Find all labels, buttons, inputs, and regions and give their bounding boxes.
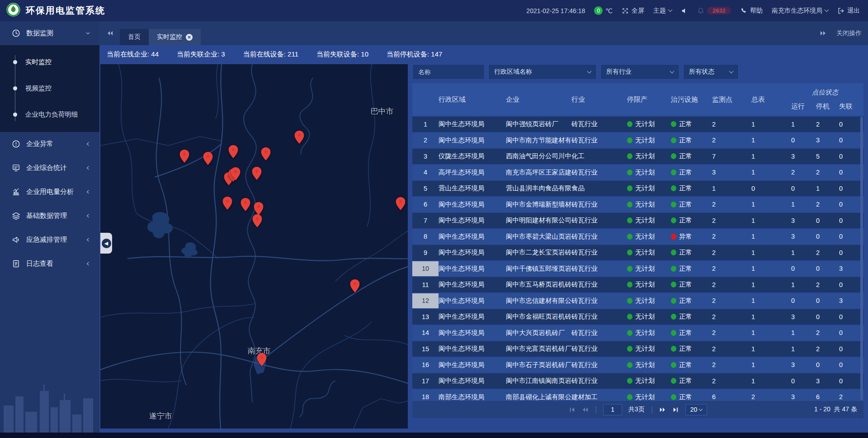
cell-run: 1 [791,117,816,132]
sidebar-item-alert[interactable]: 企业异常 [0,132,99,156]
table-row[interactable]: 11阆中生态环境局阆中市五马桥页岩机砖砖瓦行业无计划正常21120 [412,277,863,292]
cell-region: 阆中生态环境局 [439,309,506,325]
map-marker-pin[interactable] [257,353,267,366]
table-row[interactable]: 16阆中生态环境局阆中市石子页岩机砖厂砖瓦行业无计划正常21300 [412,358,863,373]
tabbar-right: 关闭操作 [820,29,868,38]
map-marker-pin[interactable] [222,197,232,210]
table-row[interactable]: 10阆中生态环境局阆中千佛镇五郎垭页岩砖瓦行业无计划正常21003 [412,261,863,277]
enterprise-panel: 行政区域名称 所有行业 所有状态 [412,64,863,429]
table-row[interactable]: 13阆中生态环境局阆中市金福旺页岩机砖砖瓦行业无计划正常21300 [412,309,863,325]
cell-facility-label: 正常 [679,152,692,160]
map-marker-pin[interactable] [228,145,238,158]
table-row[interactable]: 5营山生态环境局营山县润丰肉食品有限食品无计划正常10010 [412,181,863,196]
map-marker-pin[interactable] [294,131,304,144]
sidebar-item-chart[interactable]: 企业用电量分析 [0,180,99,204]
cell-monitor: 2 [712,293,751,309]
table-row[interactable]: 17阆中生态环境局阆中市江南镇阆南页岩砖瓦行业无计划正常21030 [412,373,863,389]
sidebar-subitem[interactable]: 实时监控 [0,49,99,75]
cell-index: 17 [412,373,439,389]
table-row[interactable]: 8阆中生态环境局阆中市枣碧大梁山页岩砖瓦行业无计划异常21300 [412,229,863,245]
table-row[interactable]: 6阆中生态环境局阆中市金博瑞新型墙材砖瓦行业无计划正常21120 [412,197,863,212]
industry-select[interactable]: 所有行业 [600,64,679,80]
table-scrollbar[interactable] [860,117,863,400]
map-marker-pin[interactable] [180,150,189,163]
sidebar-item-layers[interactable]: 基础数据管理 [0,204,99,228]
cell-run: 1 [791,277,816,292]
cell-total: 1 [751,293,791,309]
fullscreen-button[interactable]: 全屏 [622,7,644,15]
table-row[interactable]: 2阆中生态环境局阆中市南方节能建材有砖瓦行业无计划正常21030 [412,133,863,148]
previous-page-button[interactable] [582,406,589,413]
first-page-button[interactable] [569,406,576,413]
sidebar: 数据监测实时监控视频监控企业电力负荷明细企业异常企业综合统计企业用电量分析基础数… [0,21,99,438]
table-row[interactable]: 3仪陇生态环境局西南油气田分公司川中化工无计划正常71350 [412,149,863,164]
cell-plan-label: 无计划 [635,344,655,353]
cell-company: 阆中市金福旺页岩机砖 [506,309,571,325]
sidebar-subitem[interactable]: 视频监控 [0,75,99,101]
column-header-lost: 失联 [839,102,863,111]
map-marker-pin[interactable] [231,167,241,180]
cell-lost: 3 [839,261,863,277]
cell-index: 7 [412,213,439,228]
cell-run: 1 [791,245,816,260]
theme-dropdown[interactable]: 主题 [653,7,672,15]
table-row[interactable]: 12阆中生态环境局阆中市忠信建材有限公砖瓦行业无计划正常21003 [412,293,863,309]
map-panel[interactable]: 巴中市南充市遂宁市 ◀ [100,64,408,429]
map-marker-pin[interactable] [350,279,360,292]
cell-company: 南充市高坪区王家店建 [506,165,571,180]
map-marker-pin[interactable] [203,152,213,165]
org-dropdown[interactable]: 南充市生态环境局 [772,7,828,15]
help-button[interactable]: 帮助 [740,7,763,15]
sidebar-item-log[interactable]: 日志查看 [0,252,99,276]
cell-plan: 无计划 [627,181,671,196]
table-row[interactable]: 4高坪生态环境局南充市高坪区王家店建砖瓦行业无计划正常31220 [412,165,863,180]
map-marker-pin[interactable] [254,202,264,215]
cell-plan: 无计划 [627,325,671,341]
table-row[interactable]: 7阆中生态环境局阆中明阳建材有限公司砖瓦行业无计划正常21300 [412,213,863,228]
map-marker-pin[interactable] [252,214,262,227]
logout-button[interactable]: 退出 [837,7,860,15]
app-header: 环保用电监管系统 2021-02-25 17:46:18 0 ℃ 全屏 主题 [0,0,868,21]
status-green-dot [627,298,632,304]
sidebar-item-gauge[interactable]: 数据监测 [0,21,99,45]
cell-monitor: 2 [712,197,751,212]
tab-实时监控[interactable]: 实时监控✕ [149,29,201,45]
tabs-scroll-left-button[interactable] [99,30,120,37]
cell-facility: 正常 [671,245,712,260]
table-row[interactable]: 15阆中生态环境局阆中市光富页岩机砖厂砖瓦行业无计划正常21120 [412,341,863,357]
cell-lost: 3 [839,293,863,309]
sidebar-item-stats[interactable]: 企业综合统计 [0,156,99,180]
page-size-select[interactable]: 20 [685,404,707,415]
fullscreen-icon [622,7,629,14]
close-operations-button[interactable]: 关闭操作 [836,29,862,38]
status-select[interactable]: 所有状态 [683,64,739,80]
table-row[interactable]: 18南部生态环境局南部县砌化上诚有限公建材加工无计划正常62362 [412,390,863,401]
map-collapse-handle[interactable]: ◀ [100,233,112,254]
map-marker-pin[interactable] [261,147,270,160]
region-select[interactable]: 行政区域名称 [488,64,597,80]
table-row[interactable]: 9阆中生态环境局阆中市二龙长宝页岩砖砖瓦行业无计划正常21120 [412,245,863,260]
last-page-button[interactable] [672,406,679,413]
map-marker-pin[interactable] [241,198,250,211]
tabs-scroll-right-button[interactable] [820,30,826,37]
table-row[interactable]: 14阆中生态环境局阆中大兴页岩机砖厂砖瓦行业无计划正常21120 [412,325,863,341]
sidebar-subitem[interactable]: 企业电力负荷明细 [0,101,99,127]
speaker-button[interactable] [681,7,688,14]
status-red-dot [671,234,676,240]
cell-lost: 0 [839,229,863,245]
cell-region: 阆中生态环境局 [439,245,506,260]
map-marker-pin[interactable] [252,167,262,180]
tab-首页[interactable]: 首页 [120,29,149,45]
name-search-input[interactable] [412,64,485,80]
map-marker-pin[interactable] [396,197,405,210]
status-green-dot [627,137,632,143]
page-number-input[interactable] [603,404,622,415]
next-page-button[interactable] [659,406,666,413]
sidebar-item-megaphone[interactable]: 应急减排管理 [0,228,99,252]
tab-close-icon[interactable]: ✕ [186,34,193,41]
table-row[interactable]: 1阆中生态环境局阆中强锐页岩砖厂砖瓦行业无计划正常21120 [412,117,863,132]
cell-region: 阆中生态环境局 [439,229,506,245]
notifications[interactable]: 2632 [697,7,731,14]
column-header-company: 企业 [506,83,571,116]
cell-total: 1 [751,213,791,228]
